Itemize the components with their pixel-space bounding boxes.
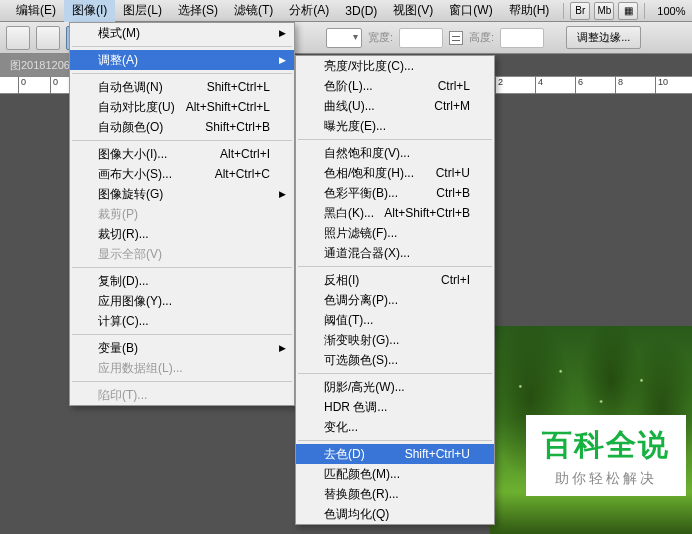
submenu-arrow-icon: ▶ <box>279 343 286 353</box>
menu-item[interactable]: 裁切(R)... <box>70 224 294 244</box>
adjustments-submenu: 亮度/对比度(C)...色阶(L)...Ctrl+L曲线(U)...Ctrl+M… <box>295 55 495 525</box>
menu-item-label: 模式(M) <box>98 25 140 42</box>
tool-preset[interactable] <box>6 26 30 50</box>
menu-item[interactable]: 色阶(L)...Ctrl+L <box>296 76 494 96</box>
menu-3d[interactable]: 3D(D) <box>337 1 385 21</box>
watermark-subtitle: 助你轻松解决 <box>542 470 670 488</box>
menu-item[interactable]: 色相/饱和度(H)...Ctrl+U <box>296 163 494 183</box>
menu-divider <box>72 46 292 47</box>
layout-icon[interactable]: ▦ <box>618 2 638 20</box>
menu-item[interactable]: 渐变映射(G)... <box>296 330 494 350</box>
menu-item[interactable]: 黑白(K)...Alt+Shift+Ctrl+B <box>296 203 494 223</box>
submenu-arrow-icon: ▶ <box>279 55 286 65</box>
menu-item[interactable]: 图像大小(I)...Alt+Ctrl+I <box>70 144 294 164</box>
menu-item-label: 去色(D) <box>324 446 365 463</box>
menu-item-label: 匹配颜色(M)... <box>324 466 400 483</box>
swap-icon[interactable] <box>449 31 463 45</box>
menu-shortcut: Alt+Shift+Ctrl+L <box>186 100 270 114</box>
menu-shortcut: Ctrl+I <box>441 273 470 287</box>
menu-shortcut: Shift+Ctrl+U <box>405 447 470 461</box>
menu-image[interactable]: 图像(I) <box>64 0 115 22</box>
menu-help[interactable]: 帮助(H) <box>501 0 558 22</box>
menu-item-label: 复制(D)... <box>98 273 149 290</box>
menu-item[interactable]: 通道混合器(X)... <box>296 243 494 263</box>
menu-item[interactable]: 画布大小(S)...Alt+Ctrl+C <box>70 164 294 184</box>
bridge-icon[interactable]: Br <box>570 2 590 20</box>
menu-item[interactable]: 曲线(U)...Ctrl+M <box>296 96 494 116</box>
menu-item[interactable]: 去色(D)Shift+Ctrl+U <box>296 444 494 464</box>
menu-divider <box>72 267 292 268</box>
refine-edge-button[interactable]: 调整边缘... <box>566 26 641 49</box>
width-field[interactable] <box>399 28 443 48</box>
menu-item[interactable]: 模式(M)▶ <box>70 23 294 43</box>
menu-item[interactable]: 色调均化(Q) <box>296 504 494 524</box>
menu-item-label: HDR 色调... <box>324 399 387 416</box>
menu-item[interactable]: 变量(B)▶ <box>70 338 294 358</box>
menu-analysis[interactable]: 分析(A) <box>281 0 337 22</box>
menu-item[interactable]: HDR 色调... <box>296 397 494 417</box>
ruler-tick: 2 <box>495 77 503 95</box>
menu-item-label: 替换颜色(R)... <box>324 486 399 503</box>
menu-divider <box>298 440 492 441</box>
height-label: 高度: <box>469 30 494 45</box>
menu-item-label: 曝光度(E)... <box>324 118 386 135</box>
menu-item: 应用数据组(L)... <box>70 358 294 378</box>
menu-window[interactable]: 窗口(W) <box>441 0 500 22</box>
menu-item[interactable]: 复制(D)... <box>70 271 294 291</box>
image-menu-dropdown: 模式(M)▶调整(A)▶自动色调(N)Shift+Ctrl+L自动对比度(U)A… <box>69 22 295 406</box>
menu-item[interactable]: 应用图像(Y)... <box>70 291 294 311</box>
menu-item-label: 变化... <box>324 419 358 436</box>
menu-shortcut: Ctrl+B <box>436 186 470 200</box>
menu-shortcut: Alt+Ctrl+I <box>220 147 270 161</box>
menu-edit[interactable]: 编辑(E) <box>8 0 64 22</box>
watermark-title: 百科全说 <box>542 425 670 466</box>
menu-shortcut: Ctrl+M <box>434 99 470 113</box>
submenu-arrow-icon: ▶ <box>279 189 286 199</box>
menubar: 编辑(E) 图像(I) 图层(L) 选择(S) 滤镜(T) 分析(A) 3D(D… <box>0 0 692 22</box>
menu-view[interactable]: 视图(V) <box>385 0 441 22</box>
menu-item-label: 色彩平衡(B)... <box>324 185 398 202</box>
height-field[interactable] <box>500 28 544 48</box>
menu-item[interactable]: 自动对比度(U)Alt+Shift+Ctrl+L <box>70 97 294 117</box>
menu-item-label: 反相(I) <box>324 272 359 289</box>
menu-item[interactable]: 计算(C)... <box>70 311 294 331</box>
menu-item[interactable]: 色彩平衡(B)...Ctrl+B <box>296 183 494 203</box>
menu-item[interactable]: 曝光度(E)... <box>296 116 494 136</box>
menu-layer[interactable]: 图层(L) <box>115 0 170 22</box>
menu-item-label: 裁切(R)... <box>98 226 149 243</box>
menu-divider <box>298 139 492 140</box>
menu-item[interactable]: 自然饱和度(V)... <box>296 143 494 163</box>
menu-shortcut: Alt+Shift+Ctrl+B <box>384 206 470 220</box>
menu-item-label: 画布大小(S)... <box>98 166 172 183</box>
menu-item-label: 色调均化(Q) <box>324 506 389 523</box>
minibridge-icon[interactable]: Mb <box>594 2 614 20</box>
menu-item[interactable]: 自动色调(N)Shift+Ctrl+L <box>70 77 294 97</box>
ruler-tick: 10 <box>655 77 668 95</box>
menu-item[interactable]: 反相(I)Ctrl+I <box>296 270 494 290</box>
menu-item[interactable]: 替换颜色(R)... <box>296 484 494 504</box>
ruler-tick: 4 <box>535 77 543 95</box>
menu-item[interactable]: 匹配颜色(M)... <box>296 464 494 484</box>
menu-item-label: 色调分离(P)... <box>324 292 398 309</box>
menu-item[interactable]: 阈值(T)... <box>296 310 494 330</box>
menu-select[interactable]: 选择(S) <box>170 0 226 22</box>
ruler-tick: 0 <box>18 77 26 95</box>
menu-item[interactable]: 调整(A)▶ <box>70 50 294 70</box>
menu-divider <box>298 373 492 374</box>
menu-item[interactable]: 色调分离(P)... <box>296 290 494 310</box>
menu-item[interactable]: 可选颜色(S)... <box>296 350 494 370</box>
menu-item[interactable]: 亮度/对比度(C)... <box>296 56 494 76</box>
menu-item[interactable]: 自动颜色(O)Shift+Ctrl+B <box>70 117 294 137</box>
menu-item[interactable]: 变化... <box>296 417 494 437</box>
menu-item[interactable]: 照片滤镜(F)... <box>296 223 494 243</box>
menu-item-label: 通道混合器(X)... <box>324 245 410 262</box>
style-dropdown[interactable] <box>326 28 362 48</box>
separator <box>644 3 645 19</box>
separator <box>563 3 564 19</box>
selection-new[interactable] <box>36 26 60 50</box>
menu-filter[interactable]: 滤镜(T) <box>226 0 281 22</box>
menu-item[interactable]: 图像旋转(G)▶ <box>70 184 294 204</box>
menu-item[interactable]: 阴影/高光(W)... <box>296 377 494 397</box>
menu-item-label: 裁剪(P) <box>98 206 138 223</box>
launcher-icons: Br Mb ▦ <box>570 2 638 20</box>
